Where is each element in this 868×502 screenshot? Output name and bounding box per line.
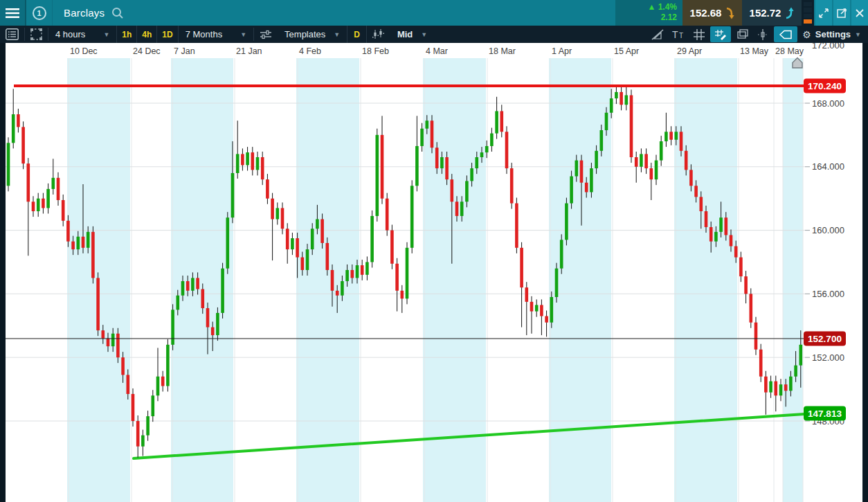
candle-up — [256, 157, 260, 170]
chart-area[interactable]: 172.000168.000164.000160.000156.000152.0… — [0, 43, 868, 502]
range-dropdown[interactable]: 7 Months ▼ — [179, 26, 253, 43]
candle-down — [386, 199, 389, 231]
current-price-label-text: 152.700 — [808, 334, 842, 344]
candlestick-icon — [372, 29, 385, 39]
candle-up — [311, 228, 314, 249]
candle-up — [87, 232, 90, 248]
range-value: 7 Months — [186, 29, 222, 39]
candle-up — [605, 113, 608, 130]
candle-up — [664, 132, 668, 141]
candle-down — [71, 242, 75, 249]
search-button[interactable] — [105, 0, 124, 26]
sell-price: 152.68 — [690, 7, 722, 19]
candle-down — [685, 151, 688, 170]
candle-down — [784, 384, 788, 391]
chevron-down-icon: ▼ — [240, 31, 246, 38]
date-tick-label: 21 Jan — [236, 46, 262, 56]
grid-toggle-button[interactable] — [689, 26, 709, 43]
candle-down — [186, 281, 190, 291]
candle-down — [620, 92, 623, 105]
gauge-cell-active — [804, 19, 812, 24]
templates-dropdown[interactable]: Templates ▼ — [278, 26, 347, 43]
app-menu-button[interactable] — [0, 0, 26, 26]
date-tick-label: 15 Apr — [614, 46, 639, 56]
price-tick-label: 172.000 — [812, 43, 844, 51]
candle-up — [660, 141, 663, 161]
layout-button[interactable] — [25, 26, 48, 43]
quick-timeframe-1d[interactable]: 1D — [157, 26, 177, 43]
candle-up — [231, 173, 235, 217]
candle-down — [251, 152, 255, 170]
close-button[interactable] — [850, 0, 868, 26]
duplicate-chart-button[interactable] — [732, 26, 752, 43]
candle-down — [725, 217, 728, 235]
candle-down — [381, 135, 384, 199]
chart-right-border — [862, 43, 868, 502]
search-icon — [111, 7, 124, 19]
price-tag-button[interactable] — [774, 26, 797, 42]
candle-up — [341, 281, 344, 296]
session-band — [674, 58, 737, 502]
candle-up — [480, 152, 484, 157]
date-tick-label: 13 May — [740, 46, 769, 56]
change-direction-icon: ▲ — [647, 2, 655, 12]
buy-price: 152.72 — [750, 7, 781, 19]
candle-down — [82, 237, 85, 248]
candle-down — [281, 208, 284, 228]
candle-down — [62, 200, 65, 221]
layers-icon — [736, 29, 748, 39]
timeframe-value: 4 hours — [55, 29, 85, 39]
grid-pencil-icon — [715, 29, 727, 40]
candle-down — [515, 204, 518, 248]
sell-price-button[interactable]: 152.68 — [682, 0, 742, 26]
trend-line-tool-button[interactable] — [647, 26, 668, 43]
text-tool-button[interactable]: T T — [668, 26, 689, 43]
price-projection-button[interactable] — [752, 26, 773, 43]
toolbar-spacer — [434, 26, 647, 43]
timeframe-dropdown[interactable]: 4 hours ▼ — [48, 26, 116, 43]
candle-up — [166, 345, 170, 386]
trend-line-icon — [651, 29, 664, 40]
candle-down — [585, 183, 588, 192]
indicator-sliders-button[interactable] — [254, 26, 278, 43]
candle-up — [675, 132, 678, 139]
buy-price-button[interactable]: 152.72 — [742, 0, 802, 26]
candle-down — [17, 114, 20, 127]
grid-icon — [694, 29, 705, 40]
hamburger-icon — [6, 8, 19, 19]
chart-style-button[interactable] — [367, 26, 390, 43]
trading-window: 1 Barclays ▲ 1.4% 2.12 152.68 152.72 — [0, 0, 868, 502]
date-tick-label: 28 May — [775, 46, 804, 56]
date-tick-label: 1 Apr — [552, 46, 572, 56]
watchlist-button[interactable] — [0, 26, 24, 43]
date-tick-label: 10 Dec — [70, 46, 98, 56]
settings-dropdown[interactable]: ⚙ Settings ▼ — [798, 26, 868, 43]
candle-up — [719, 217, 723, 232]
maximize-button[interactable] — [814, 0, 832, 26]
candle-up — [306, 249, 309, 270]
date-tick-label: 18 Feb — [362, 46, 389, 56]
candle-down — [775, 382, 778, 396]
candle-up — [236, 154, 239, 173]
interval-badge[interactable]: D — [347, 26, 367, 43]
price-tag-icon — [779, 29, 793, 40]
candle-up — [570, 177, 573, 204]
price-type-dropdown[interactable]: Mid ▼ — [390, 26, 434, 43]
chart-header: 1 Barclays ▲ 1.4% 2.12 152.68 152.72 — [0, 0, 868, 26]
quick-timeframe-group: 1h 4h 1D — [116, 26, 178, 43]
session-band — [549, 58, 611, 502]
candle-up — [171, 310, 174, 344]
candle-up — [345, 270, 349, 281]
popout-button[interactable] — [832, 0, 850, 26]
quick-timeframe-1h[interactable]: 1h — [117, 26, 137, 43]
candle-down — [21, 127, 25, 163]
candle-down — [500, 111, 504, 132]
depth-gauge[interactable] — [802, 0, 814, 26]
drawing-tools-button[interactable] — [710, 26, 731, 42]
candle-down — [320, 219, 324, 243]
candle-down — [107, 339, 110, 346]
instrument-number-badge[interactable]: 1 — [26, 0, 53, 26]
quick-timeframe-4h[interactable]: 4h — [137, 26, 157, 43]
candlestick-chart[interactable]: 172.000168.000164.000160.000156.000152.0… — [0, 43, 868, 502]
chevron-down-icon: ▼ — [103, 31, 109, 38]
